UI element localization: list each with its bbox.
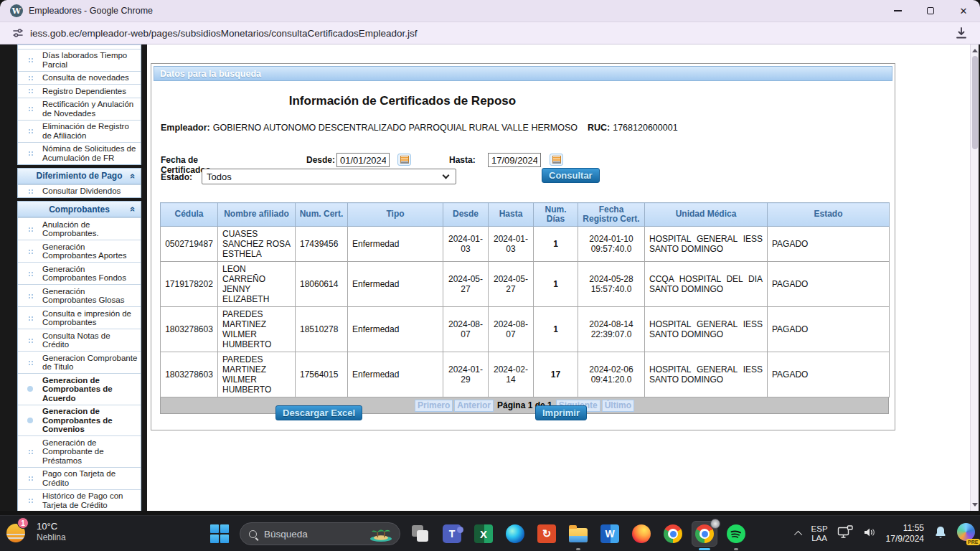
sidebar-section-header[interactable]: Diferimiento de Pago« bbox=[18, 169, 141, 184]
word-button[interactable]: W bbox=[594, 517, 626, 551]
download-icon[interactable] bbox=[954, 26, 969, 40]
sidebar-item[interactable]: Generacion Comprobante de Titulo bbox=[18, 351, 141, 373]
teams-button[interactable]: T bbox=[436, 517, 468, 551]
sidebar-item-label: Consultar Dividendos bbox=[42, 187, 139, 196]
desde-input[interactable] bbox=[336, 153, 390, 167]
hidden-icons-chevron-icon[interactable] bbox=[794, 531, 802, 539]
search-highlight-island-icon bbox=[369, 527, 392, 545]
sidebar-item[interactable]: Consultar Dividendos bbox=[18, 184, 141, 198]
sidebar-item-label: Histórico de Pago con Tarjeta de Crédito bbox=[42, 491, 139, 509]
sidebar-item[interactable]: Rectificación y Anulación de Novedades bbox=[18, 98, 141, 120]
estado-label: Estado: bbox=[161, 172, 192, 182]
table-cell: 2024-01-03 bbox=[443, 227, 489, 262]
chrome-button[interactable] bbox=[657, 517, 689, 551]
pagination-last-button[interactable]: Último bbox=[602, 400, 634, 412]
hasta-input[interactable] bbox=[488, 153, 541, 167]
edge-button[interactable] bbox=[499, 517, 531, 551]
table-cell: 18060614 bbox=[296, 262, 348, 307]
url-field[interactable]: iess.gob.ec/empleador-web/pages/subsidio… bbox=[30, 28, 418, 39]
sidebar-item[interactable]: Generación Comprobantes Fondos bbox=[18, 262, 141, 284]
estado-select[interactable]: Todos bbox=[202, 169, 456, 184]
sidebar-item[interactable]: Anulación de Comprobantes. bbox=[18, 217, 141, 240]
descargar-excel-button[interactable]: Descargar Excel bbox=[275, 405, 362, 420]
taskbar-search[interactable] bbox=[240, 522, 400, 545]
calendar-icon[interactable] bbox=[550, 154, 563, 166]
sidebar-item[interactable]: Consulta e impresión de Comprobantes bbox=[18, 306, 141, 329]
sidebar-item-label: Generación Comprobantes Fondos bbox=[42, 265, 139, 283]
sidebar-item-label: Generación de Comprobante de Préstamos bbox=[42, 438, 139, 466]
table-cell: 1 bbox=[534, 262, 578, 307]
file-explorer-button[interactable] bbox=[562, 517, 594, 551]
collapse-icon: « bbox=[128, 207, 138, 212]
scroll-down-icon[interactable] bbox=[972, 503, 978, 507]
word-icon: W bbox=[600, 524, 619, 543]
table-cell: 1803278603 bbox=[161, 352, 218, 397]
chevron-down-icon bbox=[443, 172, 450, 179]
task-view-button[interactable] bbox=[405, 517, 436, 551]
sidebar-group: Diferimiento de Pago«Consultar Dividendo… bbox=[17, 168, 141, 199]
table-cell: HOSPITAL GENERAL IESS SANTO DOMINGO bbox=[645, 352, 768, 397]
maximize-icon bbox=[927, 7, 934, 14]
pdf-app-button[interactable]: ↻ bbox=[531, 517, 562, 551]
calendar-icon[interactable] bbox=[397, 154, 411, 166]
close-button[interactable]: ✕ bbox=[947, 0, 980, 22]
language-indicator[interactable]: ESP LAA bbox=[811, 524, 828, 543]
ruc-label: RUC: bbox=[588, 123, 610, 133]
sidebar-item[interactable]: Días laborados Tiempo Parcial bbox=[18, 49, 141, 71]
sidebar-item[interactable]: Generación Comprobantes Aportes bbox=[18, 240, 141, 262]
site-settings-icon[interactable] bbox=[11, 27, 24, 39]
scroll-up-icon[interactable] bbox=[972, 49, 978, 52]
table-column-header: Cédula bbox=[161, 203, 218, 227]
sidebar-item[interactable]: Nómina de Solicitudes de Acumulación de … bbox=[18, 142, 141, 164]
table-cell: HOSPITAL GENERAL IESS SANTO DOMINGO bbox=[645, 307, 768, 352]
pagination-first-button[interactable]: Primero bbox=[415, 400, 453, 412]
pagination-prev-button[interactable]: Anterior bbox=[454, 400, 494, 412]
sidebar-item[interactable]: Generacion de Comprobantes de Acuerdo bbox=[18, 373, 141, 405]
volume-icon[interactable] bbox=[862, 526, 877, 542]
sidebar-menu: Avisos de EntradaDías laborados Tiempo P… bbox=[17, 44, 141, 511]
table-column-header: Tipo bbox=[348, 203, 443, 227]
chrome-active-button[interactable] bbox=[689, 517, 720, 551]
weather-widget[interactable]: 1 10°C Neblina bbox=[4, 519, 66, 544]
search-input[interactable] bbox=[264, 529, 350, 540]
table-cell: 2024-02-06 09:41:20.0 bbox=[578, 352, 645, 397]
table-cell: 1719178202 bbox=[161, 262, 218, 307]
estado-filter-row: Estado: Todos Consultar bbox=[161, 170, 885, 186]
drag-dots-icon bbox=[28, 498, 33, 503]
page-title: Información de Certificados de Reposo bbox=[151, 94, 654, 108]
sidebar-item[interactable]: Generación Comprobantes Glosas bbox=[18, 284, 141, 306]
table-column-header: Nombre afiliado bbox=[218, 203, 296, 227]
maximize-button[interactable] bbox=[914, 0, 947, 22]
sidebar-item[interactable]: Consulta de novedades bbox=[18, 71, 141, 85]
scrollbar-thumb[interactable] bbox=[972, 56, 978, 149]
excel-button[interactable]: X bbox=[468, 517, 499, 551]
notifications-bell-icon[interactable] bbox=[933, 525, 948, 542]
consultar-button[interactable]: Consultar bbox=[542, 168, 600, 183]
firefox-button[interactable] bbox=[626, 517, 657, 551]
start-button[interactable] bbox=[204, 517, 235, 551]
drag-dots-icon bbox=[28, 57, 33, 62]
sidebar-item[interactable]: Eliminación de Registro de Afiliación bbox=[18, 120, 141, 142]
sidebar-item[interactable]: Consulta Notas de Crédito bbox=[18, 329, 141, 351]
drag-dots-icon bbox=[28, 88, 33, 93]
sidebar-item[interactable]: Registro Dependientes bbox=[18, 84, 141, 98]
drag-dots-icon bbox=[28, 151, 33, 156]
drag-dots-icon bbox=[28, 189, 33, 194]
network-icon[interactable] bbox=[837, 525, 853, 542]
sidebar-item[interactable]: Generacion de Comprobantes de Convenios bbox=[18, 405, 141, 436]
minimize-button[interactable] bbox=[881, 0, 914, 22]
sidebar-item[interactable]: Histórico de Pago con Tarjeta de Crédito bbox=[18, 489, 141, 512]
sidebar-item-label: Generacion de Comprobantes de Acuerdo bbox=[42, 376, 139, 403]
imprimir-button[interactable]: Imprimir bbox=[535, 405, 587, 420]
sidebar-group: Avisos de EntradaDías laborados Tiempo P… bbox=[17, 44, 141, 165]
vertical-scrollbar[interactable] bbox=[970, 44, 979, 511]
sidebar-item[interactable]: Pago con Tarjeta de Crédito bbox=[18, 467, 141, 489]
clock[interactable]: 11:55 17/9/2024 bbox=[886, 523, 924, 545]
sidebar-item-label: Generación Comprobantes Glosas bbox=[42, 287, 139, 305]
drag-dots-icon bbox=[28, 449, 33, 454]
copilot-button[interactable]: PRE bbox=[957, 523, 976, 545]
sidebar-item[interactable]: Generación de Comprobante de Préstamos bbox=[18, 435, 141, 467]
ruc-value: 1768120600001 bbox=[613, 123, 677, 133]
spotify-button[interactable] bbox=[720, 517, 752, 551]
sidebar-section-header[interactable]: Comprobantes« bbox=[18, 202, 141, 217]
